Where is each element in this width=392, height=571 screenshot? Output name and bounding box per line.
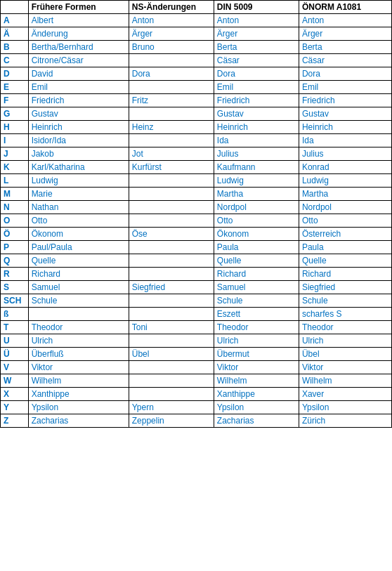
- cell-letter: L: [1, 174, 29, 188]
- cell-letter: R: [1, 268, 29, 281]
- table-row: ÜÜberflußÜbelÜbermutÜbel: [1, 348, 392, 361]
- cell-oenorm: Xaver: [299, 388, 391, 401]
- cell-din: Ulrich: [214, 334, 299, 348]
- cell-din: Übermut: [214, 348, 299, 361]
- cell-oenorm: Konrad: [299, 161, 391, 174]
- table-row: BBertha/BernhardBrunoBertaBerta: [1, 41, 392, 54]
- cell-fruehere: Richard: [28, 268, 129, 281]
- cell-din: Friedrich: [214, 94, 299, 107]
- cell-letter: Ü: [1, 348, 29, 361]
- cell-din: Gustav: [214, 107, 299, 121]
- table-row: IIsidor/IdaIdaIda: [1, 134, 392, 147]
- cell-oenorm: Quelle: [299, 254, 391, 268]
- cell-ns: [129, 361, 214, 374]
- cell-ns: [129, 107, 214, 121]
- table-row: EEmilEmilEmil: [1, 81, 392, 94]
- cell-din: Eszett: [214, 308, 299, 321]
- cell-fruehere: Citrone/Cäsar: [28, 54, 129, 67]
- cell-din: Wilhelm: [214, 374, 299, 388]
- table-row: VViktorViktorViktor: [1, 361, 392, 374]
- cell-din: Ökonom: [214, 228, 299, 241]
- cell-din: Xanthippe: [214, 388, 299, 401]
- cell-oenorm: Ärger: [299, 27, 391, 41]
- cell-din: Ida: [214, 134, 299, 147]
- cell-oenorm: Otto: [299, 214, 391, 228]
- cell-fruehere: Isidor/Ida: [28, 134, 129, 147]
- cell-letter: V: [1, 361, 29, 374]
- cell-din: Schule: [214, 294, 299, 308]
- cell-oenorm: Paula: [299, 241, 391, 254]
- cell-letter: C: [1, 54, 29, 67]
- cell-din: Berta: [214, 41, 299, 54]
- cell-din: Ludwig: [214, 174, 299, 188]
- cell-oenorm: Berta: [299, 41, 391, 54]
- cell-letter: H: [1, 121, 29, 134]
- cell-fruehere: Jakob: [28, 147, 129, 161]
- cell-oenorm: Ludwig: [299, 174, 391, 188]
- cell-fruehere: Ludwig: [28, 174, 129, 188]
- cell-fruehere: [28, 308, 129, 321]
- cell-din: Ärger: [214, 27, 299, 41]
- cell-letter: M: [1, 188, 29, 201]
- cell-letter: K: [1, 161, 29, 174]
- cell-oenorm: Nordpol: [299, 201, 391, 214]
- table-row: PPaul/PaulaPaulaPaula: [1, 241, 392, 254]
- cell-ns: [129, 134, 214, 147]
- table-row: SSamuelSiegfriedSamuelSiegfried: [1, 281, 392, 294]
- table-row: XXanthippeXanthippeXaver: [1, 388, 392, 401]
- cell-din: Martha: [214, 188, 299, 201]
- cell-letter: O: [1, 214, 29, 228]
- cell-oenorm: Schule: [299, 294, 391, 308]
- cell-letter: SCH: [1, 294, 29, 308]
- cell-oenorm: Ypsilon: [299, 401, 391, 414]
- cell-ns: [129, 294, 214, 308]
- cell-din: Anton: [214, 14, 299, 27]
- cell-ns: [129, 268, 214, 281]
- cell-ns: Jot: [129, 147, 214, 161]
- cell-fruehere: Albert: [28, 14, 129, 27]
- cell-din: Cäsar: [214, 54, 299, 67]
- cell-letter: W: [1, 374, 29, 388]
- cell-oenorm: Gustav: [299, 107, 391, 121]
- cell-oenorm: Martha: [299, 188, 391, 201]
- table-row: DDavidDoraDoraDora: [1, 67, 392, 81]
- cell-letter: G: [1, 107, 29, 121]
- cell-letter: Ö: [1, 228, 29, 241]
- cell-ns: [129, 54, 214, 67]
- cell-ns: [129, 81, 214, 94]
- table-row: FFriedrichFritzFriedrichFriedrich: [1, 94, 392, 107]
- cell-ns: Bruno: [129, 41, 214, 54]
- cell-oenorm: Ulrich: [299, 334, 391, 348]
- cell-din: Ypsilon: [214, 401, 299, 414]
- cell-ns: [129, 374, 214, 388]
- cell-oenorm: Julius: [299, 147, 391, 161]
- table-row: RRichardRichardRichard: [1, 268, 392, 281]
- cell-ns: [129, 174, 214, 188]
- cell-letter: S: [1, 281, 29, 294]
- cell-din: Otto: [214, 214, 299, 228]
- col-header-din: DIN 5009: [214, 1, 299, 14]
- cell-din: Nordpol: [214, 201, 299, 214]
- cell-ns: Anton: [129, 14, 214, 27]
- cell-fruehere: Ulrich: [28, 334, 129, 348]
- cell-fruehere: Marie: [28, 188, 129, 201]
- cell-fruehere: Änderung: [28, 27, 129, 41]
- cell-ns: [129, 334, 214, 348]
- cell-oenorm: Übel: [299, 348, 391, 361]
- cell-ns: Heinz: [129, 121, 214, 134]
- table-row: ßEszettscharfes S: [1, 308, 392, 321]
- cell-fruehere: Samuel: [28, 281, 129, 294]
- cell-oenorm: Theodor: [299, 321, 391, 334]
- alphabet-table: Frühere Formen NS-Änderungen DIN 5009 ÖN…: [0, 0, 392, 428]
- cell-oenorm: Cäsar: [299, 54, 391, 67]
- cell-oenorm: Wilhelm: [299, 374, 391, 388]
- cell-fruehere: Wilhelm: [28, 374, 129, 388]
- cell-ns: Zeppelin: [129, 414, 214, 428]
- table-row: CCitrone/CäsarCäsarCäsar: [1, 54, 392, 67]
- cell-oenorm: Ida: [299, 134, 391, 147]
- cell-fruehere: Viktor: [28, 361, 129, 374]
- cell-din: Zacharias: [214, 414, 299, 428]
- table-row: TTheodorToniTheodorTheodor: [1, 321, 392, 334]
- table-row: GGustavGustavGustav: [1, 107, 392, 121]
- cell-fruehere: Ypsilon: [28, 401, 129, 414]
